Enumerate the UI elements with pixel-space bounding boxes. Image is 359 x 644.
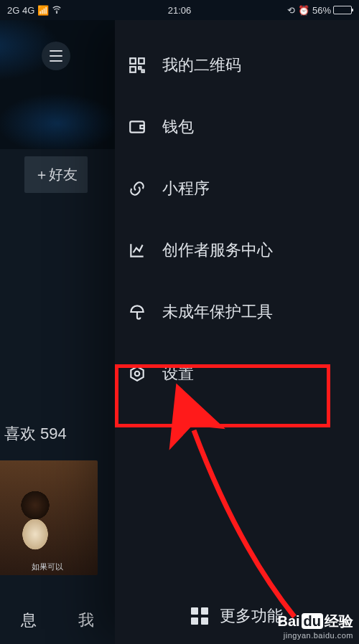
svg-point-0: [57, 12, 57, 13]
menu-button[interactable]: [42, 42, 70, 70]
orientation-lock-icon: ⟲: [287, 5, 295, 16]
menu-item-settings[interactable]: 设置: [115, 343, 359, 404]
chart-icon: [128, 241, 146, 260]
menu-item-wallet[interactable]: 钱包: [115, 96, 359, 158]
watermark-brand: Baidu经验: [277, 612, 353, 631]
add-friend-button[interactable]: ＋好友: [24, 156, 88, 193]
profile-screen-under-drawer: ＋好友 喜欢 594 如果可以 息 我: [0, 20, 115, 644]
qrcode-icon: [128, 56, 146, 75]
thumbnail-caption: 如果可以: [0, 562, 98, 572]
likes-count-label[interactable]: 喜欢 594: [4, 423, 67, 445]
menu-item-label: 钱包: [162, 116, 194, 138]
thumbnail-image: [10, 489, 60, 554]
bottom-tab-bar: 息 我: [0, 610, 115, 631]
side-drawer: 我的二维码 钱包 小程序 创作者服务中心 未成年保护工具: [115, 20, 359, 644]
battery-percent-label: 56%: [312, 5, 331, 16]
tab-messages[interactable]: 息: [21, 610, 37, 631]
umbrella-icon: [128, 303, 146, 321]
wallet-icon: [128, 118, 146, 136]
menu-item-label: 创作者服务中心: [162, 240, 273, 261]
tab-me[interactable]: 我: [78, 610, 94, 631]
wifi-icon: [52, 4, 62, 16]
svg-rect-4: [139, 67, 141, 69]
svg-rect-1: [130, 58, 136, 64]
svg-rect-6: [130, 121, 144, 132]
battery-indicator: 56%: [312, 5, 352, 16]
menu-item-qrcode[interactable]: 我的二维码: [115, 34, 359, 96]
svg-point-9: [135, 371, 140, 377]
status-bar: 2G 4G 📶 21:06 ⟲ ⏰ 56%: [0, 0, 359, 20]
menu-item-creator-center[interactable]: 创作者服务中心: [115, 219, 359, 281]
svg-marker-8: [131, 366, 143, 381]
video-thumbnail[interactable]: 如果可以: [0, 460, 98, 575]
more-functions-label: 更多功能: [220, 605, 283, 627]
menu-item-label: 小程序: [162, 178, 210, 199]
watermark-url: jingyan.baidu.com: [277, 631, 353, 640]
menu-item-youth-protection[interactable]: 未成年保护工具: [115, 281, 359, 343]
svg-rect-7: [140, 126, 144, 128]
drawer-menu: 我的二维码 钱包 小程序 创作者服务中心 未成年保护工具: [115, 20, 359, 404]
svg-rect-3: [130, 67, 136, 72]
svg-rect-5: [142, 70, 144, 72]
svg-rect-2: [139, 58, 144, 64]
link-icon: [128, 179, 146, 198]
clock: 21:06: [168, 5, 192, 16]
menu-item-miniprogram[interactable]: 小程序: [115, 158, 359, 219]
signal-bars-icon: 📶: [37, 5, 49, 16]
menu-item-label: 未成年保护工具: [162, 301, 273, 323]
settings-icon: [128, 364, 146, 383]
grid-icon: [191, 607, 208, 625]
alarm-icon: ⏰: [298, 5, 309, 16]
profile-header-bg: [0, 20, 115, 149]
watermark: Baidu经验 jingyan.baidu.com: [277, 612, 353, 640]
menu-item-label: 设置: [162, 363, 194, 384]
signal-indicator: 2G 4G: [7, 5, 34, 16]
menu-item-label: 我的二维码: [162, 55, 241, 76]
